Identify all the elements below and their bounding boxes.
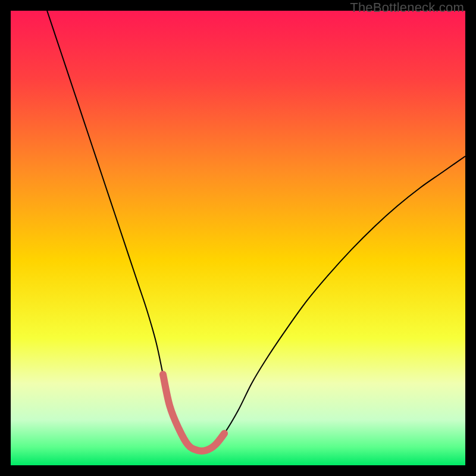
plot-area	[11, 11, 465, 465]
curve-layer	[11, 11, 465, 465]
chart-frame	[11, 11, 465, 465]
bottleneck-curve	[47, 11, 465, 451]
watermark-text: TheBottleneck.com	[350, 0, 464, 15]
optimal-range-highlight	[163, 374, 224, 451]
